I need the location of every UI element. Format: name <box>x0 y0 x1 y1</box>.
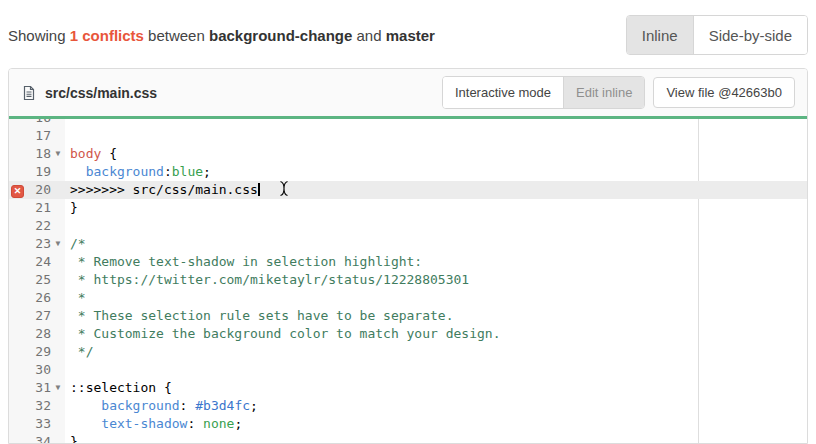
line-number: 17 <box>27 127 51 145</box>
line-number: 18 <box>27 145 51 163</box>
code-content: } <box>65 199 78 217</box>
gutter: 33 <box>9 415 65 433</box>
file-info: src/css/main.css <box>21 85 157 101</box>
gutter: 25 <box>9 271 65 289</box>
code-line-29[interactable]: 29 */ <box>9 343 807 361</box>
file-conflict-panel: src/css/main.css Interactive modeEdit in… <box>8 68 808 444</box>
code-line-31[interactable]: 31▼::selection { <box>9 379 807 397</box>
view-file-button[interactable]: View file @42663b0 <box>653 77 795 108</box>
code-content: * <box>65 289 86 307</box>
line-number: 28 <box>27 325 51 343</box>
code-line-25[interactable]: 25 * https://twitter.com/miketaylr/statu… <box>9 271 807 289</box>
view-mode-side-by-side[interactable]: Side-by-side <box>693 16 807 54</box>
code-line-18[interactable]: 18▼body { <box>9 145 807 163</box>
gutter: 27 <box>9 307 65 325</box>
code-content: /* <box>65 235 86 253</box>
gutter: 18▼ <box>9 145 65 163</box>
line-number: 24 <box>27 253 51 271</box>
gutter: 26 <box>9 289 65 307</box>
editor-lines: 161718▼body {19 background:blue;✕20>>>>>… <box>9 119 807 444</box>
file-name: src/css/main.css <box>45 85 157 101</box>
code-content: * Remove text-shadow in selection highli… <box>65 253 422 271</box>
line-number: 29 <box>27 343 51 361</box>
file-actions: Interactive modeEdit inline View file @4… <box>442 76 795 109</box>
interactive-mode-button[interactable]: Interactive mode <box>443 77 563 108</box>
code-content: body { <box>65 145 117 163</box>
gutter: 34 <box>9 433 65 444</box>
gutter: 28 <box>9 325 65 343</box>
line-number: 27 <box>27 307 51 325</box>
code-content: * These selection rule sets have to be s… <box>65 307 454 325</box>
line-number: 32 <box>27 397 51 415</box>
code-content: } <box>65 433 78 444</box>
gutter: 30 <box>9 361 65 379</box>
code-line-28[interactable]: 28 * Customize the background color to m… <box>9 325 807 343</box>
line-number: 31 <box>27 379 51 397</box>
code-content <box>65 127 70 145</box>
conflicts-count: 1 conflicts <box>70 27 144 44</box>
code-content <box>65 119 70 127</box>
line-number: 30 <box>27 361 51 379</box>
code-line-24[interactable]: 24 * Remove text-shadow in selection hig… <box>9 253 807 271</box>
code-line-26[interactable]: 26 * <box>9 289 807 307</box>
gutter: 19 <box>9 163 65 181</box>
branch-target: master <box>386 27 435 44</box>
line-number: 25 <box>27 271 51 289</box>
code-content: * https://twitter.com/miketaylr/status/1… <box>65 271 469 289</box>
branch-source: background-change <box>209 27 352 44</box>
gutter: 24 <box>9 253 65 271</box>
gutter: 16 <box>9 119 65 127</box>
code-line-33[interactable]: 33 text-shadow: none; <box>9 415 807 433</box>
code-line-20[interactable]: ✕20>>>>>>> src/css/main.css <box>9 181 807 199</box>
i-beam-cursor-icon <box>278 180 290 197</box>
line-number: 21 <box>27 199 51 217</box>
conflict-summary: Showing 1 conflicts between background-c… <box>8 27 435 44</box>
code-line-22[interactable]: 22 <box>9 217 807 235</box>
summary-prefix: Showing <box>8 27 66 44</box>
view-mode-inline[interactable]: Inline <box>627 16 693 54</box>
text-caret <box>258 183 260 196</box>
code-content: */ <box>65 343 93 361</box>
view-mode-toggle: InlineSide-by-side <box>626 15 808 55</box>
line-number: 16 <box>27 119 51 127</box>
code-content: text-shadow: none; <box>65 415 242 433</box>
summary-between: between <box>148 27 205 44</box>
line-number: 26 <box>27 289 51 307</box>
conflict-error-icon: ✕ <box>11 185 24 198</box>
code-line-19[interactable]: 19 background:blue; <box>9 163 807 181</box>
line-number: 20 <box>24 181 51 199</box>
line-number: 19 <box>27 163 51 181</box>
code-editor[interactable]: 161718▼body {19 background:blue;✕20>>>>>… <box>9 119 807 444</box>
code-line-27[interactable]: 27 * These selection rule sets have to b… <box>9 307 807 325</box>
gutter: 32 <box>9 397 65 415</box>
code-line-34[interactable]: 34} <box>9 433 807 444</box>
code-content: background: #b3d4fc; <box>65 397 258 415</box>
gutter: ✕20 <box>9 181 65 199</box>
code-content: ::selection { <box>65 379 172 397</box>
line-number: 33 <box>27 415 51 433</box>
code-line-23[interactable]: 23▼/* <box>9 235 807 253</box>
code-content: background:blue; <box>65 163 211 181</box>
line-number: 23 <box>27 235 51 253</box>
edit-inline-button[interactable]: Edit inline <box>563 77 644 108</box>
code-line-32[interactable]: 32 background: #b3d4fc; <box>9 397 807 415</box>
gutter: 29 <box>9 343 65 361</box>
code-line-17[interactable]: 17 <box>9 127 807 145</box>
code-line-21[interactable]: 21} <box>9 199 807 217</box>
fold-chevron-down-icon[interactable]: ▼ <box>51 145 65 163</box>
gutter: 21 <box>9 199 65 217</box>
gutter: 31▼ <box>9 379 65 397</box>
code-line-16[interactable]: 16 <box>9 119 807 127</box>
code-content: >>>>>>> src/css/main.css <box>65 181 260 199</box>
gutter: 23▼ <box>9 235 65 253</box>
code-line-30[interactable]: 30 <box>9 361 807 379</box>
code-content <box>65 361 70 379</box>
gutter: 17 <box>9 127 65 145</box>
resolve-mode-toggle: Interactive modeEdit inline <box>442 76 645 109</box>
fold-chevron-down-icon[interactable]: ▼ <box>51 379 65 397</box>
file-header: src/css/main.css Interactive modeEdit in… <box>9 69 807 116</box>
fold-chevron-down-icon[interactable]: ▼ <box>51 235 65 253</box>
summary-and: and <box>357 27 382 44</box>
file-document-icon <box>21 85 37 101</box>
line-number: 22 <box>27 217 51 235</box>
